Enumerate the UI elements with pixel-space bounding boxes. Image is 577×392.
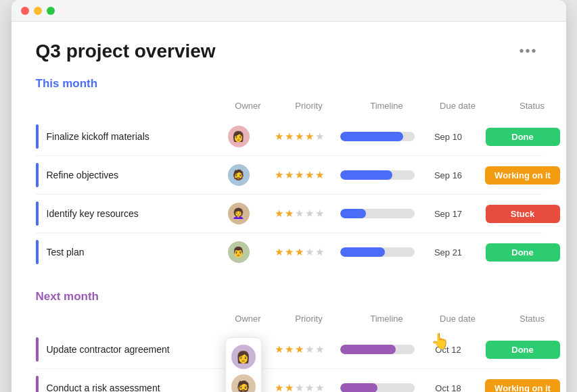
this-month-rows: Finalize kickoff materials 👩 ★★★★★ Sep 1… (36, 118, 542, 271)
timeline-bar (340, 209, 415, 218)
timeline-fill (340, 247, 385, 257)
priority-cell: ★★★★★ (266, 130, 333, 143)
table-row: Identify key resources 👩‍🦱 ★★★★★ Sep 17 … (36, 195, 542, 233)
owner-cell[interactable]: 🧔 (212, 164, 266, 186)
task-border (36, 163, 39, 187)
task-border (36, 124, 39, 149)
task-name: Update contractor agreement (36, 337, 212, 362)
timeline-bar (340, 170, 415, 180)
avatar[interactable]: 👩 (228, 126, 250, 147)
owner-cell[interactable]: 👨 (212, 241, 266, 263)
more-button[interactable]: ••• (515, 41, 541, 62)
due-date: Sep 16 (421, 170, 476, 180)
timeline-fill (340, 170, 392, 180)
page-title: Q3 project overview (36, 41, 216, 62)
star-1: ★ (275, 343, 283, 356)
status-cell: Done (476, 243, 566, 262)
star-1: ★ (275, 130, 283, 143)
star-5: ★ (315, 382, 324, 392)
star-1: ★ (275, 169, 283, 181)
minimize-dot[interactable] (34, 7, 42, 15)
timeline-fill (340, 345, 396, 354)
star-3: ★ (295, 382, 304, 392)
task-name: Test plan (36, 240, 212, 264)
timeline-fill (340, 132, 404, 141)
timeline-fill (340, 209, 367, 218)
status-badge: Done (486, 341, 560, 359)
task-border (36, 240, 39, 264)
next-month-header: Owner Priority Timeline Due date Status … (36, 310, 542, 330)
due-date: Oct 18 (421, 383, 476, 393)
table-row: Update contractor agreement 👩 ★★★★★ Oct … (36, 330, 542, 369)
star-4: ★ (305, 130, 314, 143)
col-priority-header-nm: Priority (275, 314, 343, 324)
task-name: Refine objectives (36, 163, 212, 187)
timeline-cell (333, 383, 421, 392)
owner-popup[interactable]: 👩 🧔 👩‍🦱 👨 👆 (225, 337, 262, 392)
star-5: ★ (315, 343, 324, 356)
star-5: ★ (315, 169, 324, 181)
star-5: ★ (315, 207, 324, 220)
status-cell: Working on it (476, 166, 566, 185)
this-month-title: This month (36, 77, 542, 91)
star-2: ★ (285, 382, 294, 392)
status-cell: Done (476, 128, 566, 146)
timeline-cell (333, 345, 421, 354)
task-border (36, 337, 39, 362)
timeline-bar (340, 247, 415, 257)
due-date: Sep 17 (421, 209, 476, 219)
timeline-bar (340, 345, 415, 354)
task-label: Test plan (47, 247, 85, 258)
priority-cell: ★★★★★ (266, 343, 333, 356)
star-3: ★ (295, 130, 304, 143)
task-label: Conduct a risk assessment (47, 383, 160, 392)
star-1: ★ (275, 246, 283, 258)
star-5: ★ (315, 246, 324, 258)
star-3: ★ (295, 169, 304, 181)
this-month-section: This month Owner Priority Timeline Due d… (36, 77, 542, 271)
star-1: ★ (275, 382, 283, 392)
avatar[interactable]: 🧔 (228, 164, 250, 186)
col-duedate-header-nm: Due date (431, 314, 485, 324)
owner-cell[interactable]: 👩 (212, 126, 266, 147)
star-4: ★ (305, 382, 314, 392)
table-row: Refine objectives 🧔 ★★★★★ Sep 16 Working… (36, 156, 542, 195)
star-4: ★ (305, 207, 314, 220)
popup-avatar-1[interactable]: 👩 (231, 345, 256, 369)
due-date: Sep 21 (421, 247, 476, 258)
star-3: ★ (295, 343, 304, 356)
timeline-bar (340, 132, 415, 141)
status-badge: Working on it (485, 166, 560, 185)
next-month-section: Next month Owner Priority Timeline Due d… (36, 290, 542, 392)
expand-dot[interactable] (47, 7, 55, 15)
status-cell: Stuck (476, 205, 566, 223)
priority-cell: ★★★★★ (266, 207, 333, 220)
popup-avatar-2[interactable]: 🧔 (231, 374, 256, 392)
star-3: ★ (295, 207, 304, 220)
timeline-cell (333, 247, 421, 257)
avatar[interactable]: 👩‍🦱 (228, 203, 250, 224)
titlebar (11, 0, 566, 22)
close-dot[interactable] (21, 7, 29, 15)
timeline-cell (333, 170, 421, 180)
timeline-cell (333, 209, 421, 218)
main-content: Q3 project overview ••• This month Owner… (11, 22, 566, 392)
task-border (36, 201, 39, 226)
table-row: Finalize kickoff materials 👩 ★★★★★ Sep 1… (36, 118, 542, 156)
timeline-cell (333, 132, 421, 141)
owner-cell[interactable]: 👩‍🦱 (212, 203, 266, 224)
status-badge: Working on it (485, 379, 560, 393)
avatar[interactable]: 👨 (228, 241, 250, 263)
col-status-header-nm: Status (485, 314, 566, 324)
status-cell: Working on it (476, 379, 566, 393)
task-name: Finalize kickoff materials (36, 124, 212, 149)
task-label: Refine objectives (47, 170, 119, 180)
star-4: ★ (305, 169, 314, 181)
task-border (36, 376, 39, 392)
star-3: ★ (295, 246, 304, 258)
task-name: Conduct a risk assessment (36, 376, 212, 392)
col-timeline-header: Timeline (343, 101, 431, 111)
table-row: Test plan 👨 ★★★★★ Sep 21 Done (36, 233, 542, 271)
task-label: Finalize kickoff materials (47, 131, 149, 142)
due-date: Sep 10 (421, 132, 476, 142)
